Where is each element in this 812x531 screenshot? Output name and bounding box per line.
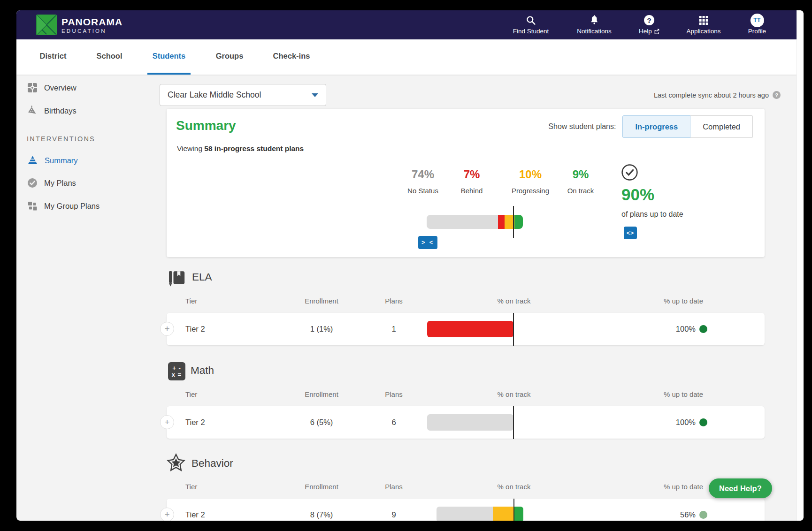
math-tier: Tier 2 (185, 406, 205, 439)
math-tier2-row: Tier 2 6 (5%) 6 100% (167, 406, 765, 439)
header-on-track: % on track (498, 297, 531, 305)
status-dot (699, 418, 707, 426)
ela-tier: Tier 2 (185, 313, 205, 345)
behavior-plans: 9 (391, 499, 396, 521)
plans-toggle-group: Show student plans: In-progress Complete… (548, 115, 753, 138)
nav-applications[interactable]: Applications (687, 14, 721, 35)
behavior-on-track-bar (437, 507, 523, 521)
need-help-button[interactable]: Need Help? (709, 478, 772, 498)
summary-bar-track (427, 215, 523, 229)
toggle-in-progress[interactable]: In-progress (622, 115, 690, 138)
check-circle-icon (27, 177, 38, 189)
ela-tier2-row: Tier 2 1 (1%) 1 100% (167, 313, 765, 345)
calculator-icon: + -x = (168, 362, 185, 380)
help-circle-icon: ? (644, 15, 654, 25)
avatar: TT (750, 14, 764, 27)
active-tab-underline (147, 73, 191, 75)
header-up-to-date: % up to date (664, 297, 703, 305)
stat-progressing: 10% Progressing (512, 168, 549, 195)
school-selector-dropdown[interactable]: Clear Lake Middle School (160, 84, 326, 106)
nav-find-student[interactable]: Find Student (513, 14, 549, 35)
star-icon (166, 453, 186, 473)
plans-up-to-date-label: of plans up to date (621, 210, 683, 219)
panorama-logo-icon (36, 15, 57, 35)
book-pencil-icon (168, 269, 186, 288)
behavior-tier: Tier 2 (185, 499, 205, 521)
header-enrollment: Enrollment (305, 297, 338, 305)
tab-school[interactable]: School (96, 52, 122, 61)
stat-on-track: 9% On track (567, 168, 594, 195)
nav-notifications[interactable]: Notifications (577, 14, 612, 35)
tab-groups[interactable]: Groups (216, 52, 244, 61)
math-expand-button[interactable]: + (160, 415, 174, 429)
math-up-to-date: 100% (676, 406, 707, 439)
bell-icon (577, 14, 612, 26)
math-plans: 6 (391, 406, 396, 439)
behavior-up-to-date: 56% (680, 499, 707, 521)
ela-expand-button[interactable]: + (160, 322, 174, 336)
collapse-button[interactable]: > < (418, 236, 437, 249)
sidebar-item-my-group-plans[interactable]: My Group Plans (27, 200, 100, 212)
embed-code-button[interactable]: <> (624, 227, 637, 239)
plans-up-to-date-value: 90% (621, 185, 654, 204)
ela-plans: 1 (391, 313, 396, 345)
brand-name: PANORAMA (61, 16, 123, 28)
puzzle-icon (27, 82, 38, 93)
viewing-count-line: Viewing 58 in-progress student plans (177, 144, 304, 153)
math-on-track-bar (427, 414, 513, 431)
panorama-logo[interactable]: PANORAMA EDUCATION (36, 15, 123, 35)
show-plans-label: Show student plans: (548, 122, 616, 131)
school-selector-value: Clear Lake Middle School (168, 90, 312, 100)
sidebar-item-summary[interactable]: Summary (27, 154, 78, 167)
goal-marker (513, 499, 514, 521)
toggle-completed[interactable]: Completed (690, 115, 753, 138)
chevron-down-icon (312, 93, 318, 97)
sidebar-item-my-plans[interactable]: My Plans (27, 177, 76, 189)
header-tier: Tier (185, 297, 197, 305)
app-window: PANORAMA EDUCATION Find Student Notifica… (16, 10, 804, 521)
scrollbar[interactable] (797, 10, 804, 521)
summary-title: Summary (176, 118, 236, 133)
stat-behind: 7% Behind (461, 168, 483, 195)
external-link-icon (654, 29, 659, 34)
brand-sub: EDUCATION (61, 28, 123, 34)
behavior-expand-button[interactable]: + (160, 508, 174, 521)
nav-help[interactable]: ? Help (639, 14, 659, 35)
group-squares-icon (27, 200, 38, 212)
main-tab-bar: District School Students Groups Check-in… (16, 39, 797, 75)
sync-status: Last complete sync about 2 hours ago ? (654, 91, 781, 99)
section-title-ela: ELA (192, 271, 212, 283)
math-enrollment: 6 (5%) (310, 406, 333, 439)
nav-profile[interactable]: TT Profile (748, 14, 766, 35)
tab-district[interactable]: District (40, 52, 67, 61)
tab-students[interactable]: Students (153, 52, 186, 61)
top-navbar: PANORAMA EDUCATION Find Student Notifica… (16, 10, 797, 39)
status-dot (699, 325, 707, 333)
sidebar-item-birthdays[interactable]: Birthdays (27, 105, 77, 117)
tab-check-ins[interactable]: Check-ins (273, 52, 310, 61)
summary-progress-bar (427, 215, 523, 229)
party-hat-icon (27, 105, 38, 116)
goal-marker (513, 406, 514, 439)
sidebar-section-interventions: INTERVENTIONS (27, 135, 95, 143)
check-circle-outline-icon (621, 164, 638, 183)
section-title-math: Math (191, 364, 214, 377)
search-icon (513, 14, 549, 26)
grid-icon (699, 16, 708, 25)
header-plans: Plans (385, 297, 403, 305)
ela-on-track-bar (427, 321, 513, 337)
pyramid-icon (27, 155, 38, 166)
behavior-enrollment: 8 (7%) (310, 499, 333, 521)
goal-marker (513, 313, 514, 346)
status-dot (699, 511, 707, 519)
stat-no-status: 74% No Status (407, 168, 438, 195)
behavior-tier2-row: Tier 2 8 (7%) 9 56% (167, 499, 765, 521)
sidebar-item-overview[interactable]: Overview (27, 82, 77, 94)
ela-up-to-date: 100% (676, 313, 707, 345)
info-icon[interactable]: ? (773, 91, 781, 99)
section-title-behavior: Behavior (192, 457, 233, 470)
ela-enrollment: 1 (1%) (310, 313, 333, 345)
goal-marker (513, 206, 514, 238)
summary-card: Summary Viewing 58 in-progress student p… (167, 109, 765, 257)
